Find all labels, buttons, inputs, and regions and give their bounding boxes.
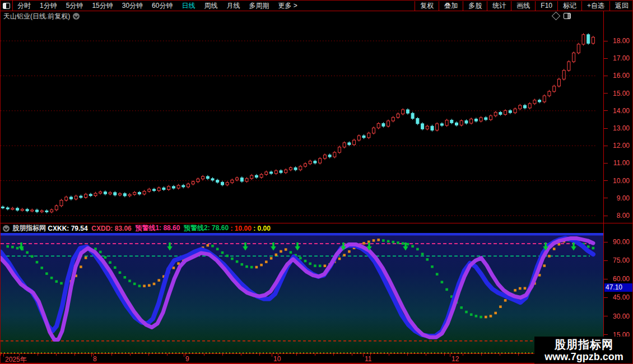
watermark: 股朋指标网 www.7gpzb.com xyxy=(534,337,633,364)
price-axis-label: 8.00 xyxy=(617,212,630,220)
x-minor-tick xyxy=(111,354,112,356)
x-minor-tick xyxy=(259,354,260,356)
chart-title-row: 天山铝业(日线.前复权) xyxy=(3,12,80,20)
menu-item-tool-6[interactable]: 标记 xyxy=(557,1,581,11)
x-minor-tick xyxy=(481,354,482,356)
menu-item-tool-1[interactable]: 叠加 xyxy=(439,1,463,11)
menu-item-tool-0[interactable]: 复权 xyxy=(415,1,439,11)
indicator-axis-label: 45.00 xyxy=(613,293,630,301)
indicator-header-value-1: CXKK: 79.54 xyxy=(46,225,88,232)
x-minor-tick xyxy=(333,354,334,356)
x-minor-tick xyxy=(407,354,408,356)
chevron-down-icon[interactable] xyxy=(73,13,80,20)
menu-item-tool-2[interactable]: 多股 xyxy=(463,1,487,11)
indicator-header-value-4: 预警线2: 78.60 xyxy=(180,223,229,233)
price-axis-label: 16.00 xyxy=(613,72,630,80)
x-minor-tick xyxy=(444,354,445,356)
chart-corner-icons xyxy=(553,13,571,19)
axis-tick xyxy=(604,41,608,41)
menu-item-period-1[interactable]: 1分钟 xyxy=(35,1,62,11)
price-axis-label: 14.00 xyxy=(613,107,630,115)
menu-item-period-2[interactable]: 5分钟 xyxy=(62,1,88,11)
axis-tick xyxy=(604,180,608,181)
collapse-indicator-icon[interactable] xyxy=(3,225,10,232)
axis-tick xyxy=(604,58,608,59)
maximize-panel-icon[interactable] xyxy=(564,13,571,19)
split-panel-icon xyxy=(3,3,10,9)
x-major-tick xyxy=(184,354,184,357)
price-axis-column: 47.10 18.0017.0016.0015.0014.0013.0012.0… xyxy=(603,1,633,364)
x-minor-tick xyxy=(167,354,167,356)
axis-tick xyxy=(604,146,608,146)
indicator-header-value-0: 股朋指标网 xyxy=(12,223,46,233)
month-label: 8 xyxy=(93,355,97,363)
x-minor-tick xyxy=(241,354,241,356)
x-major-tick xyxy=(91,354,92,357)
menu-item-tool-7[interactable]: +自选 xyxy=(581,1,609,11)
menu-item-period-3[interactable]: 15分钟 xyxy=(87,1,117,11)
candlestick-chart[interactable] xyxy=(1,11,603,223)
indicator-panel[interactable] xyxy=(1,233,603,354)
price-axis-label: 15.00 xyxy=(613,90,630,97)
indicator-axis-label: 60.00 xyxy=(613,275,630,283)
indicator-header-value-6: : 0.00 xyxy=(252,225,271,232)
x-minor-tick xyxy=(56,354,57,356)
indicator-axis-label: 90.00 xyxy=(613,238,630,246)
top-band xyxy=(1,233,603,236)
x-minor-tick xyxy=(130,354,131,356)
menu-item-tool-5[interactable]: F10 xyxy=(535,1,557,11)
axis-tick xyxy=(604,128,608,129)
indicator-axis-label: 30.00 xyxy=(613,312,630,320)
menu-item-tool-4[interactable]: 画线 xyxy=(511,1,535,11)
menu-item-period-8[interactable]: 月线 xyxy=(222,1,244,11)
menu-item-tool-3[interactable]: 统计 xyxy=(487,1,511,11)
x-minor-tick xyxy=(500,354,500,356)
axis-tick xyxy=(604,334,608,335)
main-chart-panel[interactable]: 天山铝业(日线.前复权) xyxy=(1,11,603,223)
price-axis-label: 17.00 xyxy=(613,54,630,62)
x-minor-tick xyxy=(75,354,75,356)
layout-toggle-button[interactable] xyxy=(1,1,13,11)
x-minor-tick xyxy=(204,354,204,356)
menu-item-tool-8[interactable]: 返回 xyxy=(609,1,633,11)
axis-tick xyxy=(604,110,608,111)
main-chart-svg xyxy=(1,11,603,223)
indicator-header-value-2: CXDD: 83.06 xyxy=(88,225,132,232)
x-minor-tick xyxy=(463,354,463,356)
x-major-tick xyxy=(3,354,4,357)
month-label: 9 xyxy=(185,355,189,363)
ribbon-CXDD xyxy=(1,238,593,339)
panel-divider xyxy=(1,223,633,223)
x-axis-row: 2025年89101112 xyxy=(1,354,603,363)
menu-item-period-10[interactable]: 更多 > xyxy=(273,1,301,11)
x-minor-tick xyxy=(389,354,389,356)
indicator-svg xyxy=(1,233,603,354)
axis-tick xyxy=(604,316,608,316)
axis-tick xyxy=(604,279,608,279)
indicator-header-value-3: 预警线1: 88.60 xyxy=(132,223,180,233)
diamond-icon[interactable] xyxy=(552,12,561,21)
axis-tick xyxy=(604,93,608,94)
x-major-tick xyxy=(272,354,272,357)
x-major-tick xyxy=(363,354,364,357)
x-minor-tick xyxy=(518,354,519,356)
menu-item-period-9[interactable]: 多周期 xyxy=(244,1,273,11)
axis-tick xyxy=(604,297,608,298)
menu-item-period-0[interactable]: 分时 xyxy=(13,1,35,11)
menu-item-period-5[interactable]: 60分钟 xyxy=(147,1,177,11)
price-axis-label: 11.00 xyxy=(613,159,630,167)
chart-title: 天山铝业(日线.前复权) xyxy=(3,12,70,21)
menu-item-period-6[interactable]: 日线 xyxy=(177,1,199,11)
x-minor-tick xyxy=(38,354,38,356)
axis-tick xyxy=(604,198,608,198)
x-minor-tick xyxy=(148,354,149,356)
watermark-site-name: 股朋指标网 xyxy=(555,338,613,351)
price-axis-label: 12.00 xyxy=(613,142,630,150)
axis-tick xyxy=(604,76,608,76)
watermark-url: www.7gpzb.com xyxy=(544,351,623,363)
axis-tick xyxy=(604,216,608,216)
price-axis-label: 13.00 xyxy=(613,124,630,132)
menu-item-period-7[interactable]: 周线 xyxy=(199,1,222,11)
menu-item-period-4[interactable]: 30分钟 xyxy=(118,1,147,11)
x-minor-tick xyxy=(426,354,426,356)
